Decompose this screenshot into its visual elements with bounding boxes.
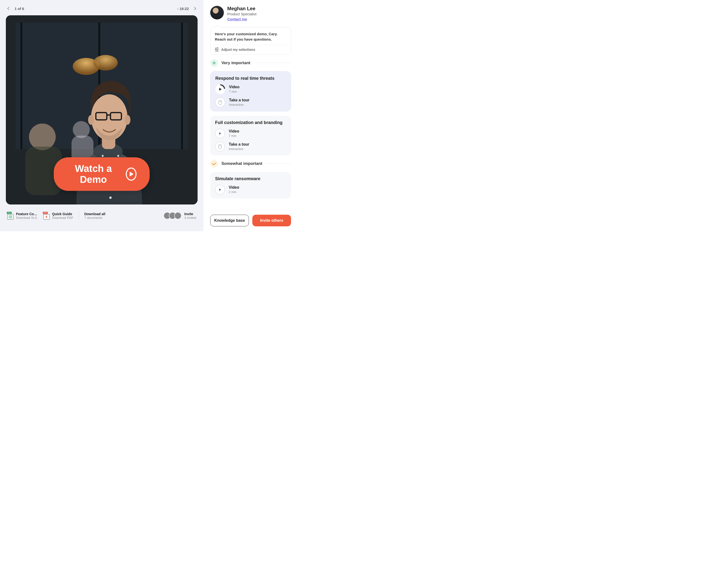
doc1-sub: Download XLS [16,216,38,220]
watch-demo-label: Watch a Demo [67,163,120,185]
card-threats-video[interactable]: Video 7 min [215,84,286,94]
next-button[interactable] [192,6,197,11]
sidebar-footer: Knowledge base Invite others [210,210,291,226]
watch-demo-button[interactable]: Watch a Demo [54,157,150,191]
main-top-bar: 1 of 6 - 18:22 [6,6,198,11]
importance-very-label: Very important [221,61,250,65]
adjust-selections[interactable]: Adjust my selections [215,48,286,52]
welcome-bubble: Here's your customized demo, Cary. Reach… [210,27,291,55]
svg-point-7 [29,124,56,150]
download-all[interactable]: Download all 7 documents [84,212,105,220]
mouse-icon [215,98,225,107]
card-ransomware-video[interactable]: Video 2 min [215,185,286,195]
pdf-icon: PDF [43,212,50,220]
doc2-title: Quick Guide [52,212,73,216]
invite-others-button[interactable]: Invite others [252,215,291,226]
chevron-left-icon [7,7,11,10]
invite-sub: 3 invited [184,216,196,220]
time-remaining: - 18:22 [177,7,189,11]
card-branding-tour[interactable]: Take a tour Interactive [215,142,286,152]
specialist-block: Meghan Lee Product Specialist Contact me [210,6,291,21]
download-xls[interactable]: XLS Feature Con... Download XLS [7,212,38,220]
specialist-avatar [210,6,224,19]
progress-play-icon [215,84,225,94]
xls-icon: XLS [7,212,14,220]
importance-somewhat: Somewhat important [210,160,291,168]
check-icon [210,160,218,168]
adjust-label: Adjust my selections [221,48,255,52]
card-threats-tour[interactable]: Take a tour Interactive [215,98,286,107]
bubble-message: Here's your customized demo, Cary. Reach… [215,31,286,42]
importance-very: Very important [210,59,291,67]
doc2-sub: Download PDF [52,216,73,220]
svg-point-9 [73,121,90,138]
doc1-title: Feature Con... [16,212,38,216]
importance-some-label: Somewhat important [221,161,262,166]
card-branding-title: Full customization and branding [215,120,286,125]
invite-title: Invite [184,212,196,216]
card-ransomware-title: Simulate ransomware [215,176,286,181]
mouse-icon [215,142,225,152]
contact-me-link[interactable]: Contact me [227,17,247,21]
svg-point-24 [117,155,119,157]
hero-video-preview[interactable]: Watch a Demo [6,15,198,205]
position-indicator: 1 of 6 [15,7,24,11]
svg-point-14 [88,115,94,125]
sliders-icon [215,48,219,52]
svg-point-15 [125,115,130,125]
play-icon [126,168,137,181]
play-icon [215,185,225,195]
downloads-bar: XLS Feature Con... Download XLS PDF Quic… [6,211,198,220]
divider [79,211,79,220]
invite-block[interactable]: Invite 3 invited [164,212,196,220]
chevron-right-icon [193,7,196,10]
svg-rect-2 [20,23,22,149]
invited-avatars [164,212,182,219]
card-threats-title: Respond to real time threats [215,76,286,81]
specialist-name: Meghan Lee [227,6,256,11]
svg-rect-4 [181,23,183,149]
specialist-role: Product Specialist [227,12,256,16]
sidebar: Meghan Lee Product Specialist Contact me… [203,0,297,231]
svg-point-22 [109,197,112,199]
prev-button[interactable] [7,6,11,11]
card-branding: Full customization and branding Video 7 … [210,116,291,155]
star-icon [210,59,218,67]
svg-point-23 [102,155,104,157]
play-icon [215,129,225,138]
svg-point-6 [93,55,118,71]
card-ransomware: Simulate ransomware Video 2 min [210,172,291,199]
download-pdf[interactable]: PDF Quick Guide Download PDF [43,212,73,220]
card-threats: Respond to real time threats Video 7 min… [210,71,291,111]
download-all-title: Download all [84,212,105,216]
knowledge-base-button[interactable]: Knowledge base [210,215,249,226]
download-all-sub: 7 documents [84,216,105,220]
card-branding-video[interactable]: Video 7 min [215,129,286,138]
